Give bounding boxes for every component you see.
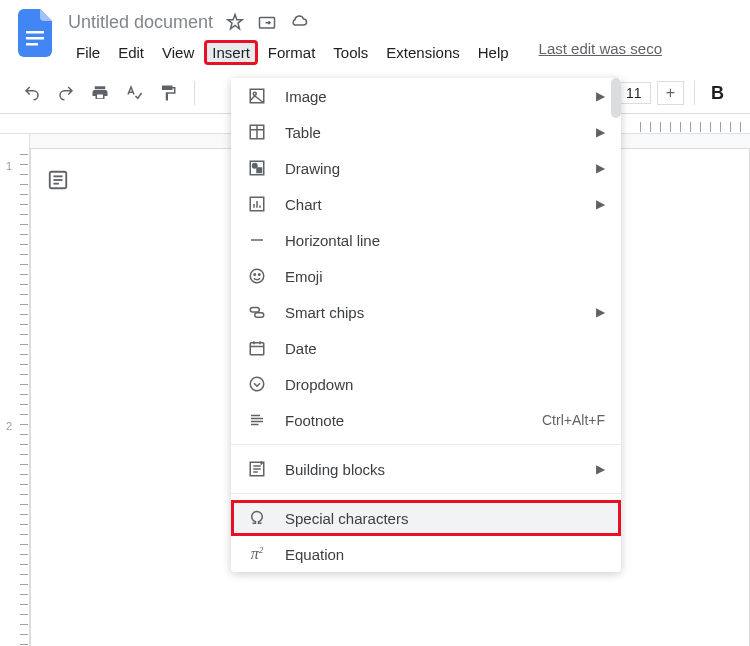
last-edit-link[interactable]: Last edit was seco — [539, 40, 662, 65]
spellcheck-icon[interactable] — [122, 81, 146, 105]
menu-label: Dropdown — [285, 376, 605, 393]
toolbar-separator — [694, 81, 695, 105]
menu-insert[interactable]: Insert — [204, 40, 258, 65]
menu-item-smart-chips[interactable]: Smart chips ▶ — [231, 294, 621, 330]
insert-menu-dropdown: Image ▶ Table ▶ Drawing ▶ Chart ▶ Horizo… — [231, 78, 621, 572]
menu-label: Horizontal line — [285, 232, 605, 249]
menu-extensions[interactable]: Extensions — [378, 40, 467, 65]
ruler-mark: 2 — [6, 420, 12, 432]
menu-label: Building blocks — [285, 461, 596, 478]
chevron-right-icon: ▶ — [596, 89, 605, 103]
svg-point-21 — [250, 269, 264, 283]
drawing-icon — [247, 158, 267, 178]
emoji-icon — [247, 266, 267, 286]
menu-label: Smart chips — [285, 304, 596, 321]
svg-point-9 — [253, 92, 256, 95]
menu-item-emoji[interactable]: Emoji — [231, 258, 621, 294]
shortcut-text: Ctrl+Alt+F — [542, 412, 605, 428]
chart-icon — [247, 194, 267, 214]
menu-item-special-characters[interactable]: Special characters — [231, 500, 621, 536]
svg-point-22 — [254, 274, 256, 276]
menu-label: Special characters — [285, 510, 605, 527]
chevron-right-icon: ▶ — [596, 305, 605, 319]
menu-tools[interactable]: Tools — [325, 40, 376, 65]
cloud-status-icon[interactable] — [289, 12, 309, 32]
menu-label: Drawing — [285, 160, 596, 177]
svg-rect-2 — [26, 43, 38, 46]
svg-rect-0 — [26, 31, 44, 34]
menu-item-horizontal-line[interactable]: Horizontal line — [231, 222, 621, 258]
menu-item-image[interactable]: Image ▶ — [231, 78, 621, 114]
menu-label: Footnote — [285, 412, 542, 429]
svg-point-23 — [259, 274, 261, 276]
svg-rect-15 — [257, 168, 262, 173]
menu-divider — [231, 444, 621, 445]
svg-rect-24 — [250, 308, 259, 313]
menu-item-table[interactable]: Table ▶ — [231, 114, 621, 150]
toolbar-separator — [194, 81, 195, 105]
svg-point-30 — [250, 377, 264, 391]
menu-label: Emoji — [285, 268, 605, 285]
print-icon[interactable] — [88, 81, 112, 105]
menu-file[interactable]: File — [68, 40, 108, 65]
menu-edit[interactable]: Edit — [110, 40, 152, 65]
menu-label: Chart — [285, 196, 596, 213]
redo-icon[interactable] — [54, 81, 78, 105]
menubar: File Edit View Insert Format Tools Exten… — [68, 40, 734, 65]
vertical-ruler[interactable]: 1 2 3 — [0, 134, 30, 646]
menu-label: Date — [285, 340, 605, 357]
paint-format-icon[interactable] — [156, 81, 180, 105]
menu-item-date[interactable]: Date — [231, 330, 621, 366]
menu-help[interactable]: Help — [470, 40, 517, 65]
building-blocks-icon — [247, 459, 267, 479]
chevron-right-icon: ▶ — [596, 125, 605, 139]
ruler-mark: 1 — [6, 160, 12, 172]
document-title[interactable]: Untitled document — [68, 12, 213, 33]
bold-button[interactable]: B — [705, 83, 730, 104]
move-folder-icon[interactable] — [257, 12, 277, 32]
svg-rect-26 — [250, 343, 264, 355]
table-icon — [247, 122, 267, 142]
menu-view[interactable]: View — [154, 40, 202, 65]
image-icon — [247, 86, 267, 106]
chevron-right-icon: ▶ — [596, 161, 605, 175]
increase-font-button[interactable]: + — [657, 81, 684, 105]
omega-icon — [247, 508, 267, 528]
menu-item-chart[interactable]: Chart ▶ — [231, 186, 621, 222]
menu-divider — [231, 493, 621, 494]
menu-label: Table — [285, 124, 596, 141]
equation-icon: π2 — [247, 544, 267, 564]
chevron-right-icon: ▶ — [596, 462, 605, 476]
svg-rect-25 — [255, 313, 264, 318]
dropdown-icon — [247, 374, 267, 394]
menu-item-equation[interactable]: π2 Equation — [231, 536, 621, 572]
star-icon[interactable] — [225, 12, 245, 32]
date-icon — [247, 338, 267, 358]
menu-item-drawing[interactable]: Drawing ▶ — [231, 150, 621, 186]
horizontal-line-icon — [247, 230, 267, 250]
menu-item-building-blocks[interactable]: Building blocks ▶ — [231, 451, 621, 487]
menu-item-footnote[interactable]: Footnote Ctrl+Alt+F — [231, 402, 621, 438]
svg-rect-1 — [26, 37, 44, 40]
font-size-input[interactable]: 11 — [617, 82, 651, 104]
outline-icon[interactable] — [47, 169, 69, 191]
menu-format[interactable]: Format — [260, 40, 324, 65]
docs-logo-icon[interactable] — [16, 8, 56, 58]
undo-icon[interactable] — [20, 81, 44, 105]
menu-label: Image — [285, 88, 596, 105]
menu-item-dropdown[interactable]: Dropdown — [231, 366, 621, 402]
chevron-right-icon: ▶ — [596, 197, 605, 211]
footnote-icon — [247, 410, 267, 430]
menu-label: Equation — [285, 546, 605, 563]
smart-chips-icon — [247, 302, 267, 322]
